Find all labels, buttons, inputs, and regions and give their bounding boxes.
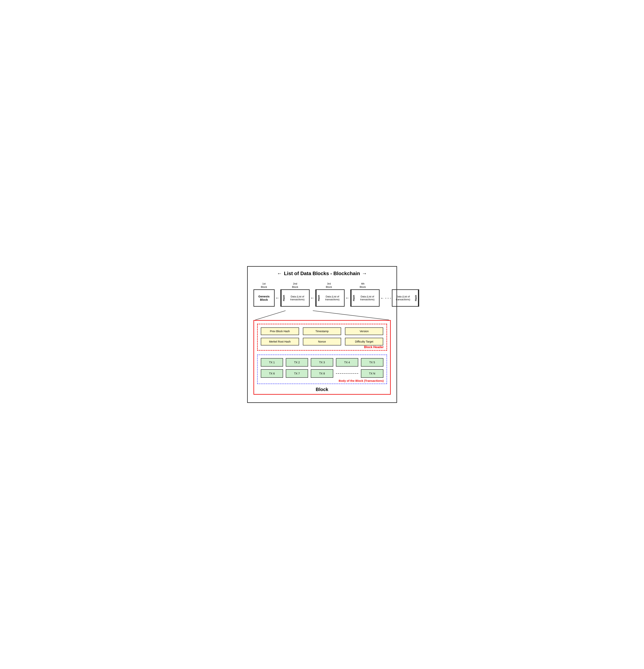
- tx-row1: TX 1 TX 2 TX 3 TX 4 TX 5: [261, 358, 383, 367]
- hash-cell-4: Hash: [351, 290, 356, 306]
- block-label: Block: [257, 387, 387, 392]
- tx-dashed-line: [336, 373, 358, 374]
- data-cell-4: Data (List oftransactions): [356, 290, 379, 306]
- block-arrow-2: ←: [310, 296, 314, 300]
- block-label-2: 2ndBlock: [281, 282, 309, 289]
- block-header-label: Block Header: [364, 345, 383, 349]
- genesis-block-label: GenesisBlock: [258, 295, 269, 301]
- diagram-container: ← List of Data Blocks - Blockchain → 1st…: [247, 266, 397, 403]
- title-row: ← List of Data Blocks - Blockchain →: [252, 271, 393, 276]
- block-unit-last: Data (List oftransactions) Hash: [392, 289, 419, 307]
- field-version: Version: [345, 327, 383, 335]
- data-cell-last: Data (List oftransactions): [392, 290, 414, 306]
- hash-cell-2: Hash: [281, 290, 286, 306]
- header-fields-grid: Prev Block Hash Timestamp Version Merkel…: [261, 327, 383, 345]
- tx-6: TX 6: [261, 369, 283, 378]
- block-label-4: 4thBlock: [349, 282, 377, 289]
- field-merkel-root-hash: Merkel Root Hash: [261, 338, 299, 345]
- block-arrow-1: ←: [276, 296, 280, 300]
- tx-4: TX 4: [336, 358, 358, 367]
- hash-cell-3: Hash: [316, 290, 321, 306]
- block-unit-3: Hash Data (List oftransactions): [316, 289, 345, 307]
- field-nonce: Nonce: [303, 338, 341, 345]
- tx-8: TX 8: [311, 369, 333, 378]
- zoom-section: [252, 311, 393, 320]
- data-cell-3: Data (List oftransactions): [321, 290, 344, 306]
- tx-5: TX 5: [361, 358, 383, 367]
- data-cell-2: Data (List oftransactions): [286, 290, 309, 306]
- tx-2: TX 2: [286, 358, 308, 367]
- hash-cell-last: Hash: [414, 290, 419, 306]
- tx-7: TX 7: [286, 369, 308, 378]
- block-body-label: Body of the Block (Transactions): [339, 379, 383, 382]
- genesis-block: GenesisBlock: [253, 289, 275, 307]
- zoom-lines-svg: [252, 311, 393, 320]
- svg-line-0: [255, 311, 285, 320]
- left-arrow-icon: ←: [277, 271, 282, 276]
- blockchain-row: GenesisBlock ← Hash Data (List oftransac…: [252, 289, 393, 307]
- tx-row2: TX 6 TX 7 TX 8 TX N: [261, 369, 383, 378]
- block-body-section: TX 1 TX 2 TX 3 TX 4 TX 5 TX 6 TX 7 TX 8 …: [257, 355, 387, 384]
- block-detail: Prev Block Hash Timestamp Version Merkel…: [253, 320, 391, 395]
- diagram-title: List of Data Blocks - Blockchain: [284, 271, 360, 276]
- field-timestamp: Timestamp: [303, 327, 341, 335]
- field-difficulty-target: Difficulty Target: [345, 338, 383, 345]
- tx-3: TX 3: [311, 358, 333, 367]
- block-unit-4: Hash Data (List oftransactions): [350, 289, 380, 307]
- block-unit-2: Hash Data (List oftransactions): [280, 289, 310, 307]
- block-arrow-3: ←: [345, 296, 350, 300]
- block-header-section: Prev Block Hash Timestamp Version Merkel…: [257, 324, 387, 351]
- tx-n: TX N: [361, 369, 383, 378]
- block-label-3: 3rdBlock: [315, 282, 343, 289]
- svg-line-1: [313, 311, 389, 320]
- field-prev-block-hash: Prev Block Hash: [261, 327, 299, 335]
- block-label-1: 1stBlock: [253, 282, 275, 289]
- right-arrow-icon: →: [362, 271, 367, 276]
- tx-1: TX 1: [261, 358, 283, 367]
- dashed-arrow-icon: ← - - -: [380, 296, 391, 300]
